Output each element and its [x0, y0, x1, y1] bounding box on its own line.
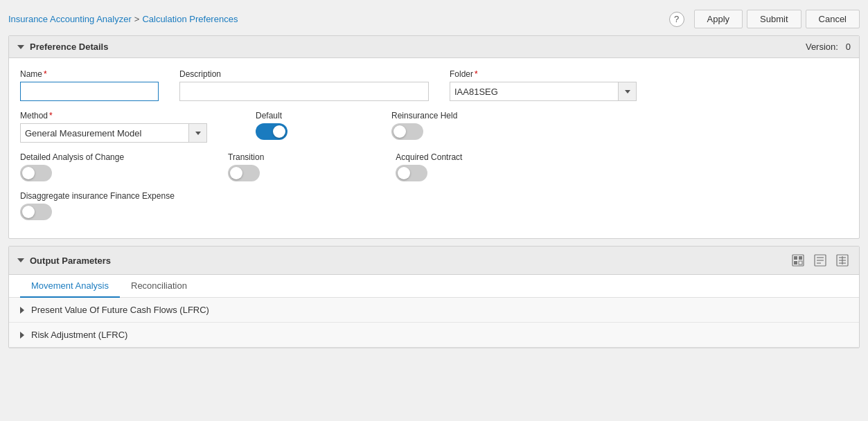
- folder-label: Folder*: [450, 69, 637, 79]
- reinsurance-held-toggle-track: [391, 123, 423, 140]
- detailed-analysis-toggle[interactable]: [20, 165, 52, 181]
- disaggregate-toggle-thumb: [22, 206, 35, 218]
- collapse-arrow-output[interactable]: [17, 258, 24, 262]
- expand-arrow-1: [20, 332, 24, 339]
- acquired-contract-toggle-thumb: [398, 167, 410, 179]
- apply-button[interactable]: Apply: [694, 10, 743, 28]
- section-header-left: Preference Details: [17, 42, 108, 52]
- top-right-actions: ? Apply Submit Cancel: [669, 10, 860, 28]
- reinsurance-held-label: Reinsurance Held: [391, 111, 457, 120]
- svg-rect-1: [794, 256, 797, 260]
- preference-details-title: Preference Details: [30, 42, 108, 52]
- reinsurance-held-toggle[interactable]: [391, 123, 423, 140]
- expand-arrow-0: [20, 307, 24, 314]
- folder-dropdown-arrow: [625, 90, 630, 93]
- method-dropdown-arrow: [195, 132, 201, 135]
- name-required-star: *: [44, 69, 47, 79]
- expand-rows-container: Present Value Of Future Cash Flows (LFRC…: [9, 298, 859, 348]
- method-dropdown-btn[interactable]: [188, 124, 206, 142]
- method-select-wrapper: General Measurement Model: [20, 123, 207, 143]
- method-required-star: *: [49, 111, 53, 120]
- tabs-container: Movement Analysis Reconciliation: [9, 275, 859, 298]
- description-label: Description: [179, 69, 429, 79]
- output-parameters-panel: Output Parameters: [8, 246, 860, 348]
- method-value: General Measurement Model: [21, 125, 188, 141]
- expand-row-1[interactable]: Risk Adjustment (LFRC): [9, 323, 859, 348]
- page-container: Insurance Accounting Analyzer > Calculat…: [0, 0, 868, 421]
- folder-field: Folder* IAA81SEG: [450, 69, 637, 101]
- folder-required-star: *: [475, 69, 478, 79]
- method-field: Method* General Measurement Model: [20, 111, 207, 143]
- output-parameters-header: Output Parameters: [9, 247, 859, 275]
- version-label: Version: 0: [806, 42, 851, 52]
- name-label: Name*: [20, 69, 159, 79]
- transition-toggle-thumb: [230, 167, 242, 179]
- acquired-contract-toggle-container: Acquired Contract: [396, 152, 462, 181]
- preference-details-panel: Preference Details Version: 0 Name*: [8, 35, 860, 239]
- output-icon-2[interactable]: [812, 252, 829, 269]
- default-toggle-container: Default: [256, 111, 287, 140]
- expand-label-0: Present Value Of Future Cash Flows (LFRC…: [31, 305, 209, 315]
- help-icon-button[interactable]: ?: [669, 12, 684, 27]
- output-icon-3[interactable]: [834, 252, 851, 269]
- collapse-arrow-preference[interactable]: [17, 45, 24, 49]
- version-container: Version: 0: [806, 42, 851, 52]
- svg-rect-4: [799, 261, 802, 265]
- form-row-3: Detailed Analysis of Change Transition: [20, 152, 848, 181]
- transition-toggle[interactable]: [228, 165, 260, 181]
- disaggregate-toggle-track: [20, 204, 52, 220]
- folder-select-wrapper: IAA81SEG: [450, 82, 637, 101]
- tab-reconciliation[interactable]: Reconciliation: [120, 275, 198, 298]
- method-label: Method*: [20, 111, 207, 120]
- output-header-left: Output Parameters: [17, 256, 111, 266]
- breadcrumb-current: Calculation Preferences: [142, 14, 238, 24]
- output-icon-1[interactable]: [790, 252, 806, 269]
- acquired-contract-toggle[interactable]: [396, 165, 427, 181]
- folder-dropdown-btn[interactable]: [618, 82, 636, 100]
- svg-rect-2: [799, 256, 802, 260]
- default-toggle[interactable]: [256, 123, 287, 140]
- detailed-analysis-toggle-thumb: [22, 167, 35, 179]
- form-row-4: Disaggregate insurance Finance Expense: [20, 191, 848, 220]
- default-toggle-thumb: [273, 125, 285, 138]
- reinsurance-held-toggle-thumb: [393, 125, 406, 138]
- svg-rect-3: [794, 261, 797, 265]
- transition-label: Transition: [228, 152, 264, 162]
- cancel-button[interactable]: Cancel: [806, 10, 860, 28]
- default-toggle-track: [256, 123, 287, 140]
- default-label: Default: [256, 111, 287, 120]
- form-row-2: Method* General Measurement Model Defaul…: [20, 111, 848, 143]
- output-parameters-title: Output Parameters: [30, 256, 111, 266]
- preference-details-header: Preference Details Version: 0: [9, 36, 859, 58]
- breadcrumb: Insurance Accounting Analyzer > Calculat…: [8, 14, 238, 24]
- submit-button[interactable]: Submit: [747, 10, 801, 28]
- breadcrumb-link[interactable]: Insurance Accounting Analyzer: [8, 14, 132, 24]
- disaggregate-label: Disaggregate insurance Finance Expense: [20, 191, 175, 201]
- name-input[interactable]: [20, 82, 159, 101]
- folder-value: IAA81SEG: [450, 84, 618, 100]
- expand-row-0[interactable]: Present Value Of Future Cash Flows (LFRC…: [9, 298, 859, 323]
- description-field: Description: [179, 69, 429, 101]
- acquired-contract-label: Acquired Contract: [396, 152, 462, 162]
- detailed-analysis-toggle-container: Detailed Analysis of Change: [20, 152, 124, 181]
- disaggregate-toggle-container: Disaggregate insurance Finance Expense: [20, 191, 175, 220]
- form-row-1: Name* Description Folder* IAA81SEG: [20, 69, 848, 101]
- detailed-analysis-label: Detailed Analysis of Change: [20, 152, 124, 162]
- detailed-analysis-toggle-track: [20, 165, 52, 181]
- breadcrumb-separator: >: [134, 14, 140, 24]
- acquired-contract-toggle-track: [396, 165, 427, 181]
- reinsurance-held-toggle-container: Reinsurance Held: [391, 111, 457, 140]
- transition-toggle-track: [228, 165, 260, 181]
- expand-label-1: Risk Adjustment (LFRC): [31, 330, 127, 340]
- description-input[interactable]: [179, 82, 429, 101]
- output-header-icons: [790, 252, 851, 269]
- top-bar: Insurance Accounting Analyzer > Calculat…: [8, 6, 860, 35]
- name-field: Name*: [20, 69, 159, 101]
- tab-movement-analysis[interactable]: Movement Analysis: [20, 275, 120, 298]
- disaggregate-toggle[interactable]: [20, 204, 52, 220]
- transition-toggle-container: Transition: [228, 152, 264, 181]
- preference-details-content: Name* Description Folder* IAA81SEG: [9, 58, 859, 238]
